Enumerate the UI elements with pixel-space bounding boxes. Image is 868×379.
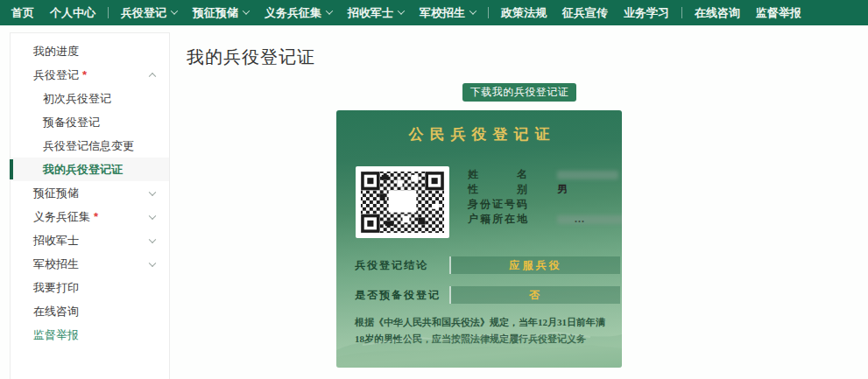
sidebar-item-military-registration[interactable]: 兵役登记*: [11, 63, 169, 87]
sidebar-item-label: 义务兵征集: [33, 209, 90, 225]
reserve-registration-row: 是否预备役登记 否: [355, 286, 620, 304]
nav-item-military-academy[interactable]: 军校招生: [412, 0, 483, 25]
top-navigation: 首页 个人中心 兵役登记 预征预储 义务兵征集 招收军士 军校招生 政策法规 征…: [0, 0, 868, 25]
nav-divider: [108, 7, 109, 18]
redacted-residence: [557, 215, 622, 224]
field-row-name: 姓名: [468, 167, 622, 182]
chevron-down-icon: [149, 235, 156, 242]
chevron-down-icon: [149, 188, 156, 195]
nav-item-pre-recruit-reserve[interactable]: 预征预储: [185, 0, 257, 25]
sidebar-item-registration-info-change[interactable]: 兵役登记信息变更: [11, 134, 169, 158]
nav-divider: [488, 7, 489, 18]
sidebar-item-label: 我的进度: [33, 44, 79, 60]
sidebar: 我的进度 兵役登记* 初次兵役登记 预备役登记 兵役登记信息变更 我的兵役登记证…: [10, 32, 170, 379]
sidebar-item-label: 兵役登记信息变更: [43, 138, 134, 154]
legal-notice: 根据《中华人民共和国兵役法》规定，当年12月31日前年满18岁的男性公民，应当按…: [355, 314, 612, 348]
sidebar-item-my-registration-cert[interactable]: 我的兵役登记证: [11, 158, 169, 181]
required-asterisk: *: [94, 210, 98, 223]
nav-divider: [681, 7, 682, 18]
field-value-redacted: [557, 171, 618, 179]
chevron-down-icon: [149, 212, 156, 219]
nav-item-policy[interactable]: 政策法规: [493, 0, 554, 25]
redacted-name: [557, 171, 618, 179]
nav-label: 军校招生: [420, 5, 465, 21]
nav-item-nco-recruit[interactable]: 招收军士: [340, 0, 412, 25]
chevron-down-icon: [149, 259, 156, 266]
nav-label: 征兵宣传: [562, 5, 608, 21]
nav-label: 在线咨询: [695, 5, 740, 21]
chevron-down-icon: [326, 7, 333, 14]
nav-label: 义务兵征集: [265, 5, 321, 21]
conclusion-value-badge: 应服兵役: [449, 256, 620, 274]
sidebar-item-online-consult[interactable]: 在线咨询: [11, 299, 169, 323]
sidebar-item-label: 我要打印: [33, 280, 79, 296]
chevron-down-icon: [398, 7, 405, 14]
sidebar-item-label: 兵役登记: [33, 67, 79, 83]
download-certificate-button[interactable]: 下载我的兵役登记证: [462, 83, 576, 102]
sidebar-item-my-progress[interactable]: 我的进度: [11, 39, 169, 63]
sidebar-item-label: 预备役登记: [43, 115, 100, 130]
field-label: 身份证号码: [468, 197, 527, 212]
certificate-fields: 姓名 性别 男 身份证号码 户籍所在地 ...: [468, 167, 622, 227]
field-label: 姓名: [468, 167, 527, 182]
sidebar-item-military-academy[interactable]: 军校招生: [11, 252, 169, 276]
sidebar-item-supervision[interactable]: 监督举报: [11, 323, 169, 347]
sidebar-item-print[interactable]: 我要打印: [11, 276, 169, 299]
nav-item-conscription[interactable]: 义务兵征集: [257, 0, 340, 25]
sidebar-item-label: 我的兵役登记证: [43, 162, 123, 178]
conclusion-row: 兵役登记结论 应服兵役: [355, 256, 620, 274]
field-row-gender: 性别 男: [468, 182, 622, 197]
sidebar-item-conscription[interactable]: 义务兵征集*: [11, 205, 169, 228]
sidebar-item-first-registration[interactable]: 初次兵役登记: [11, 87, 169, 110]
field-label: 户籍所在地: [468, 212, 527, 227]
chevron-up-icon: [149, 72, 156, 79]
nav-label: 监督举报: [756, 5, 801, 21]
nav-label: 业务学习: [624, 5, 669, 21]
nav-item-propaganda[interactable]: 征兵宣传: [554, 0, 616, 25]
nav-label: 政策法规: [501, 5, 547, 21]
required-asterisk: *: [82, 68, 87, 81]
nav-label: 个人中心: [50, 5, 95, 21]
sidebar-item-reserve-registration[interactable]: 预备役登记: [11, 110, 169, 134]
nav-label: 首页: [11, 5, 34, 21]
nav-item-home[interactable]: 首页: [4, 0, 42, 25]
conclusion-label: 兵役登记结论: [355, 258, 449, 273]
nav-label: 预征预储: [193, 5, 238, 21]
qr-code: [356, 166, 449, 238]
field-value-redacted: ...: [557, 215, 622, 224]
sidebar-item-label: 招收军士: [33, 233, 79, 249]
nav-item-personal-center[interactable]: 个人中心: [42, 0, 103, 25]
sidebar-item-label: 在线咨询: [33, 304, 79, 319]
reserve-label: 是否预备役登记: [355, 288, 449, 303]
chevron-down-icon: [171, 7, 178, 14]
field-value: 男: [557, 182, 568, 197]
nav-item-online-consult[interactable]: 在线咨询: [687, 0, 748, 25]
chevron-down-icon: [469, 7, 476, 14]
nav-label: 兵役登记: [121, 5, 166, 21]
reserve-value-badge: 否: [449, 286, 620, 304]
field-row-residence: 户籍所在地 ...: [468, 212, 622, 227]
field-label: 性别: [468, 182, 527, 197]
nav-item-study[interactable]: 业务学习: [616, 0, 677, 25]
field-row-id-number: 身份证号码: [468, 197, 622, 212]
sidebar-item-label: 预征预储: [33, 186, 79, 201]
sidebar-item-nco-recruit[interactable]: 招收军士: [11, 228, 169, 252]
chevron-down-icon: [243, 7, 250, 14]
page-title: 我的兵役登记证: [187, 46, 315, 69]
residence-ellipsis: ...: [575, 213, 585, 226]
sidebar-item-label: 初次兵役登记: [43, 91, 111, 107]
nav-item-military-registration[interactable]: 兵役登记: [113, 0, 185, 25]
sidebar-item-label: 监督举报: [33, 327, 79, 343]
nav-label: 招收军士: [348, 5, 393, 21]
sidebar-item-pre-recruit-reserve[interactable]: 预征预储: [11, 181, 169, 205]
sidebar-item-label: 军校招生: [33, 256, 79, 272]
certificate-title: 公民兵役登记证: [336, 124, 622, 144]
certificate-card: 公民兵役登记证: [336, 110, 622, 368]
nav-item-supervision[interactable]: 监督举报: [748, 0, 809, 25]
